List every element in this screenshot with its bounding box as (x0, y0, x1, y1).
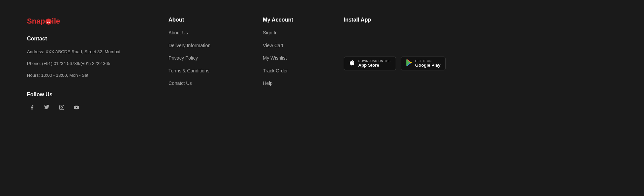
app-store-text: Download on the App Store (358, 59, 391, 68)
svg-point-1 (61, 107, 62, 108)
install-column: Install App Download on the App Store (344, 17, 446, 112)
contact-phone: Phone: (+91) 01234 56789/(+01) 2222 365 (27, 60, 121, 67)
twitter-icon[interactable] (42, 102, 52, 112)
sign-in-link[interactable]: Sign In (263, 30, 310, 36)
footer: Snap ile Contact Address: XXX ABCDE Road… (0, 0, 644, 126)
account-column: My Account Sign In View Cart My Wishlist… (263, 17, 310, 112)
app-store-name: App Store (358, 63, 391, 68)
app-buttons-container: Download on the App Store GET IT ON Goog… (344, 57, 446, 70)
logo-snap: Snap (27, 17, 45, 26)
google-play-text: GET IT ON Google Play (415, 59, 440, 68)
contact-title: Contact (27, 36, 121, 42)
facebook-icon[interactable] (27, 102, 37, 112)
help-link[interactable]: Help (263, 80, 310, 87)
privacy-policy-link[interactable]: Privacy Policy (168, 55, 229, 62)
about-us-link[interactable]: About Us (168, 30, 229, 36)
app-store-sub: Download on the (358, 59, 391, 63)
about-column: About About Us Delivery Information Priv… (168, 17, 229, 112)
account-title: My Account (263, 17, 310, 23)
svg-rect-0 (59, 105, 64, 110)
terms-conditions-link[interactable]: Terms & Conditions (168, 68, 229, 74)
install-title: Install App (344, 17, 446, 23)
view-cart-link[interactable]: View Cart (263, 42, 310, 49)
my-wishlist-link[interactable]: My Wishlist (263, 55, 310, 62)
contact-us-link[interactable]: Conatct Us (168, 80, 229, 87)
follow-title: Follow Us (27, 92, 121, 98)
logo-smile-icon (45, 19, 52, 25)
instagram-icon[interactable] (57, 102, 67, 112)
google-play-icon (406, 59, 412, 68)
apple-icon (349, 59, 356, 68)
app-store-button[interactable]: Download on the App Store (344, 57, 396, 70)
logo-smile-text: ile (52, 17, 60, 26)
brand-contact-column: Snap ile Contact Address: XXX ABCDE Road… (27, 17, 121, 112)
social-icons-container (27, 102, 121, 112)
google-play-name: Google Play (415, 63, 440, 68)
google-play-sub: GET IT ON (415, 59, 440, 63)
contact-address: Address: XXX ABCDE Road, Street 32, Mumb… (27, 48, 121, 56)
track-order-link[interactable]: Track Order (263, 68, 310, 74)
about-title: About (168, 17, 229, 23)
logo: Snap ile (27, 17, 121, 26)
youtube-icon[interactable] (71, 102, 82, 112)
google-play-button[interactable]: GET IT ON Google Play (401, 57, 446, 70)
delivery-information-link[interactable]: Delivery Information (168, 42, 229, 49)
svg-point-2 (63, 106, 63, 106)
contact-hours: Hours: 10:00 - 18:00, Mon - Sat (27, 72, 121, 79)
